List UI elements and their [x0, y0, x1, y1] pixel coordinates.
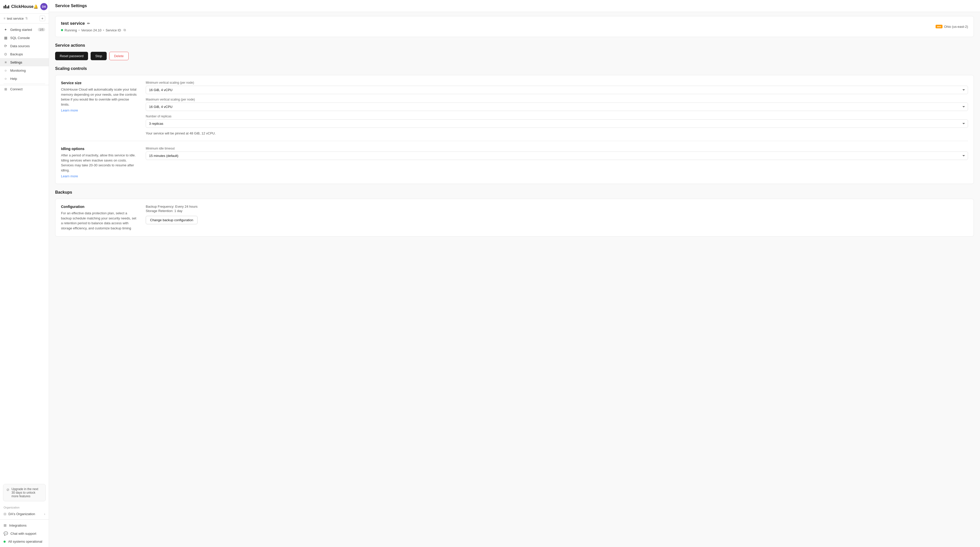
idling-learn-more-link[interactable]: Learn more	[61, 174, 78, 178]
backup-frequency: Backup Frequency: Every 24 hours	[146, 205, 968, 208]
max-vertical-group: Maximum vertical scaling (per node) 16 G…	[146, 98, 968, 111]
backup-meta: Backup Frequency: Every 24 hours Storage…	[146, 205, 968, 213]
sidebar-item-connect[interactable]: ⊞ Connect	[0, 85, 49, 93]
chevron-icon: ⇅	[25, 17, 28, 20]
backups-title: Backups	[55, 190, 974, 195]
app-name: ClickHouse	[11, 4, 33, 9]
sidebar: ClickHouse 🔔 DA ≡ test service ⇅ + ✦ Get…	[0, 0, 49, 547]
backups-description: For an effective data protection plan, s…	[61, 211, 138, 231]
copy-icon[interactable]: ⧉	[124, 28, 126, 32]
idling-heading: Idling options	[61, 147, 138, 151]
app-logo: ClickHouse	[3, 4, 33, 9]
upgrade-box[interactable]: ⊘ Upgrade in the next 30 days to unlock …	[3, 484, 46, 501]
region-text: Ohio (us-east-2)	[944, 25, 968, 29]
integrations-icon: ⊞	[3, 523, 6, 527]
backups-icon: ⊙	[3, 52, 8, 56]
service-id-label: Service ID	[106, 28, 121, 32]
service-size-description: ClickHouse Cloud will automatically scal…	[61, 87, 138, 107]
section-divider	[61, 141, 968, 141]
progress-badge: 1/5	[38, 28, 45, 31]
sidebar-item-label: SQL Console	[10, 36, 30, 40]
status-dot-icon	[3, 541, 6, 543]
sql-console-icon: ▦	[3, 36, 8, 40]
service-selector[interactable]: ≡ test service ⇅ +	[0, 14, 49, 24]
change-backup-config-button[interactable]: Change backup configuration	[146, 216, 197, 224]
backups-section: Backups Configuration For an effective d…	[55, 190, 974, 237]
idle-timeout-label: Minimum idle timeout	[146, 147, 968, 150]
max-vertical-label: Maximum vertical scaling (per node)	[146, 98, 968, 101]
nav-section: ✦ Getting started 1/5 ▦ SQL Console ⟳ Da…	[0, 24, 49, 482]
getting-started-icon: ✦	[3, 27, 8, 32]
help-icon: ○	[3, 76, 8, 81]
nav-divider	[3, 84, 45, 84]
bottom-nav: ⊞ Integrations 💬 Chat with support All s…	[0, 520, 49, 547]
delete-button[interactable]: Delete	[109, 52, 129, 60]
sidebar-item-settings[interactable]: ≡ Settings	[0, 58, 49, 66]
idling-description: After a period of inactivity, allow this…	[61, 153, 138, 173]
data-sources-icon: ⟳	[3, 44, 8, 48]
main-content: Service Settings test service ✏ Running …	[49, 0, 980, 547]
sidebar-item-label: Backups	[10, 52, 23, 56]
version-text: Version 24.10	[81, 28, 102, 32]
backup-retention: Storage Retention: 1 day	[146, 209, 968, 213]
chat-support-label: Chat with support	[11, 532, 36, 536]
sidebar-item-label: Data sources	[10, 44, 30, 48]
logo-icon	[3, 5, 9, 8]
reset-password-button[interactable]: Reset password	[55, 52, 88, 60]
sidebar-item-label: Getting started	[10, 28, 32, 32]
org-chevron-icon: ›	[44, 512, 45, 516]
aws-badge: aws Ohio (us-east-2)	[935, 25, 968, 29]
stop-button[interactable]: Stop	[91, 52, 107, 60]
page-header: Service Settings	[49, 0, 980, 12]
configuration-heading: Configuration	[61, 205, 138, 209]
backups-body: Configuration For an effective data prot…	[55, 199, 974, 237]
sidebar-item-label: Settings	[10, 60, 22, 64]
sidebar-item-sql-console[interactable]: ▦ SQL Console	[0, 34, 49, 42]
aws-logo: aws	[935, 25, 942, 28]
max-vertical-select[interactable]: 16 GiB, 4 vCPU 32 GiB, 8 vCPU 64 GiB, 16…	[146, 103, 968, 111]
bell-icon[interactable]: 🔔	[33, 4, 38, 9]
page-title: Service Settings	[55, 3, 974, 8]
org-icon: ⊟	[3, 512, 6, 516]
min-vertical-group: Minimum vertical scaling (per node) 16 G…	[146, 81, 968, 94]
sidebar-item-label: Help	[10, 77, 17, 81]
all-systems-label: All systems operational	[8, 540, 42, 544]
content-area: test service ✏ Running • Version 24.10 •…	[49, 16, 980, 253]
actions-row: Reset password Stop Delete	[55, 52, 974, 60]
idle-timeout-select[interactable]: 5 minutes 10 minutes 15 minutes (default…	[146, 151, 968, 160]
replicas-group: Number of replicas 1 replica 2 replicas …	[146, 114, 968, 128]
idle-timeout-group: Minimum idle timeout 5 minutes 10 minute…	[146, 147, 968, 160]
sidebar-item-help[interactable]: ○ Help	[0, 75, 49, 83]
min-vertical-select[interactable]: 16 GiB, 4 vCPU 32 GiB, 8 vCPU 64 GiB, 16…	[146, 86, 968, 94]
sidebar-item-label: Connect	[10, 87, 22, 91]
replicas-label: Number of replicas	[146, 114, 968, 118]
sidebar-item-chat-support[interactable]: 💬 Chat with support	[0, 530, 49, 537]
sidebar-header: ClickHouse 🔔 DA	[0, 0, 49, 14]
upgrade-icon: ⊘	[6, 488, 10, 491]
org-section: Organization ⊟ DA's Organization ›	[0, 504, 49, 520]
org-item[interactable]: ⊟ DA's Organization ›	[3, 510, 45, 517]
service-actions-section: Service actions Reset password Stop Dele…	[55, 43, 974, 60]
sidebar-item-integrations[interactable]: ⊞ Integrations	[0, 521, 49, 530]
sidebar-item-monitoring[interactable]: ○ Monitoring	[0, 66, 49, 75]
org-name: DA's Organization	[8, 512, 35, 516]
service-selector-label: test service	[7, 17, 24, 21]
header-icons: 🔔 DA	[33, 3, 48, 10]
add-service-button[interactable]: +	[40, 16, 45, 21]
avatar[interactable]: DA	[40, 3, 48, 10]
service-card: test service ✏ Running • Version 24.10 •…	[55, 16, 974, 37]
edit-icon[interactable]: ✏	[87, 21, 90, 25]
running-dot	[61, 29, 63, 31]
scaling-title: Scaling controls	[55, 66, 974, 71]
service-selector-icon: ≡	[3, 17, 5, 20]
service-actions-title: Service actions	[55, 43, 974, 48]
scaling-body: Service size ClickHouse Cloud will autom…	[55, 75, 974, 184]
org-label: Organization	[3, 506, 45, 509]
replicas-select[interactable]: 1 replica 2 replicas 3 replicas	[146, 119, 968, 128]
connect-icon: ⊞	[3, 87, 8, 91]
sidebar-item-getting-started[interactable]: ✦ Getting started 1/5	[0, 25, 49, 34]
sidebar-item-data-sources[interactable]: ⟳ Data sources	[0, 42, 49, 50]
sidebar-item-backups[interactable]: ⊙ Backups	[0, 50, 49, 58]
monitoring-icon: ○	[3, 68, 8, 72]
scaling-learn-more-link[interactable]: Learn more	[61, 108, 78, 112]
